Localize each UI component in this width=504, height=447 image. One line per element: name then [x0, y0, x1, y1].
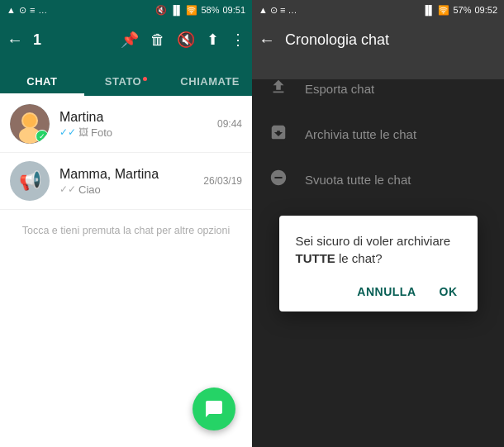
- chat-info-mamma: Mamma, Martina ✓✓ Ciao: [59, 167, 193, 196]
- back-button-left[interactable]: ←: [7, 31, 23, 50]
- back-button-right[interactable]: ←: [259, 31, 275, 50]
- left-bottom: ✓ Martina ✓✓ 🖼 Foto 09:44 📢 Mamma, Marti…: [0, 96, 252, 447]
- more-options-icon[interactable]: ⋮: [231, 31, 245, 49]
- tick-gray-icon: ✓✓: [59, 183, 76, 195]
- chat-item-martina[interactable]: ✓ Martina ✓✓ 🖼 Foto 09:44: [0, 96, 252, 153]
- pin-icon[interactable]: 📌: [121, 31, 139, 49]
- left-status-icons: ▲ ⊙ ≡ …: [7, 5, 47, 16]
- cancel-button[interactable]: ANNULLA: [354, 280, 419, 303]
- avatar-mamma: 📢: [10, 161, 50, 201]
- double-tick-icon: ✓✓: [59, 126, 76, 138]
- right-panel: ▲ ⊙ ≡ … ▐▌ 🛜 57% 09:52 ← Cronologia chat: [252, 0, 504, 447]
- right-page-title: Cronologia chat: [285, 31, 497, 49]
- tab-stato[interactable]: STATO: [84, 75, 169, 96]
- right-battery: 57%: [453, 5, 471, 15]
- image-preview-icon: 🖼: [78, 126, 88, 138]
- compose-icon: [204, 399, 224, 419]
- tabs-bar: CHAT STATO CHIAMATE: [0, 59, 252, 96]
- compose-fab[interactable]: [193, 388, 235, 430]
- right-top-bar: ← Cronologia chat: [252, 20, 504, 59]
- tab-chat[interactable]: CHAT: [0, 75, 84, 96]
- stato-dot: [143, 77, 147, 81]
- tab-chiamate[interactable]: CHIAMATE: [168, 75, 252, 96]
- time-left: 09:51: [222, 5, 245, 15]
- selected-count: 1: [33, 31, 111, 49]
- signal-icon: ▐▌: [170, 5, 183, 15]
- chat-preview-mamma: ✓✓ Ciao: [59, 183, 193, 196]
- avatar-badge-martina: ✓: [36, 130, 49, 143]
- right-status-left-icons: ▲ ⊙ ≡ …: [259, 5, 297, 16]
- right-wifi-icon: 🛜: [438, 5, 449, 16]
- left-status-bar: ▲ ⊙ ≡ … 🔇 ▐▌ 🛜 58% 09:51: [0, 0, 252, 20]
- top-bar-icons: 📌 🗑 🔇 ⬆ ⋮: [121, 31, 245, 49]
- confirmation-dialog: Sei sicuro di voler archiviare TUTTE le …: [279, 216, 478, 311]
- dialog-body: Sei sicuro di voler archiviare TUTTE le …: [296, 232, 461, 267]
- battery-left: 58%: [201, 5, 219, 15]
- right-content-wrapper: Esporta chat Archivia tutte le chat Svuo…: [252, 59, 504, 447]
- chat-time-mamma: 26/03/19: [203, 175, 242, 187]
- dialog-overlay: Sei sicuro di voler archiviare TUTTE le …: [252, 79, 504, 447]
- right-more-icon: …: [288, 5, 297, 15]
- avatar-martina: ✓: [10, 104, 50, 144]
- archive-icon[interactable]: ⬆: [207, 31, 219, 49]
- left-status-right: 🔇 ▐▌ 🛜 58% 09:51: [155, 5, 245, 16]
- hint-text: Tocca e tieni premuta la chat per altre …: [0, 210, 252, 251]
- chat-time-martina: 09:44: [217, 118, 242, 130]
- right-menu-icon: ≡: [280, 5, 285, 15]
- menu-dots-icon: ≡: [30, 5, 35, 15]
- chat-name-mamma: Mamma, Martina: [59, 167, 193, 182]
- right-time: 09:52: [474, 5, 497, 15]
- dialog-actions: ANNULLA OK: [296, 280, 461, 303]
- delete-icon[interactable]: 🗑: [150, 31, 165, 49]
- left-panel: ▲ ⊙ ≡ … 🔇 ▐▌ 🛜 58% 09:51 ← 1 📌 🗑 🔇 ⬆ ⋮ C…: [0, 0, 252, 447]
- right-notification-icon: ▲: [259, 5, 268, 15]
- camera-icon: ⊙: [19, 5, 26, 16]
- right-signal-icon: ▐▌: [422, 5, 435, 15]
- chat-name-martina: Martina: [59, 110, 207, 125]
- mute-icon[interactable]: 🔇: [177, 31, 195, 49]
- more-icon: …: [38, 5, 47, 15]
- left-top-bar: ← 1 📌 🗑 🔇 ⬆ ⋮: [0, 20, 252, 59]
- sound-off-icon: 🔇: [155, 5, 167, 16]
- wifi-icon: 🛜: [186, 5, 197, 16]
- right-camera-icon: ⊙: [270, 5, 278, 15]
- chat-item-mamma[interactable]: 📢 Mamma, Martina ✓✓ Ciao 26/03/19: [0, 153, 252, 210]
- chat-info-martina: Martina ✓✓ 🖼 Foto: [59, 110, 207, 139]
- right-status-right: ▐▌ 🛜 57% 09:52: [422, 5, 497, 16]
- notification-icon: ▲: [7, 5, 16, 15]
- svg-point-3: [23, 114, 36, 127]
- ok-button[interactable]: OK: [436, 280, 461, 303]
- right-status-bar: ▲ ⊙ ≡ … ▐▌ 🛜 57% 09:52: [252, 0, 504, 20]
- chat-preview-martina: ✓✓ 🖼 Foto: [59, 126, 207, 139]
